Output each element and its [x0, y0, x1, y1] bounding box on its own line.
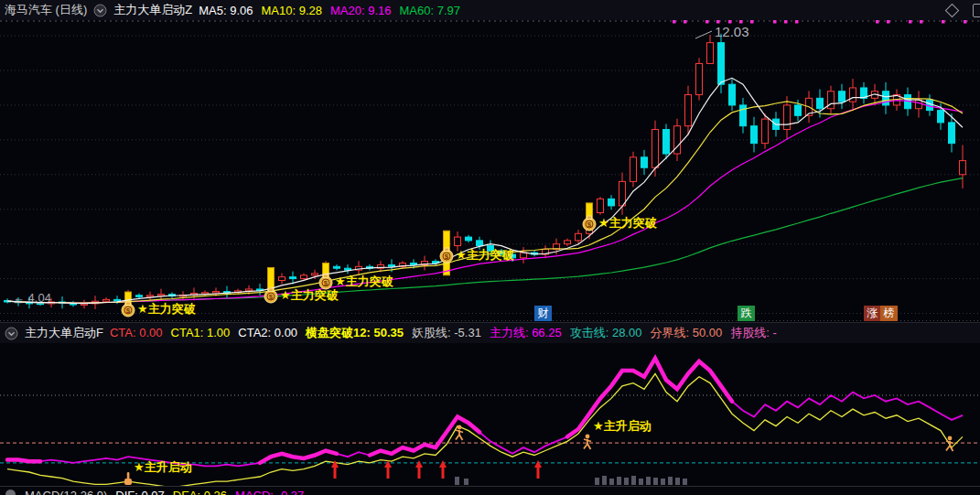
indicator-field: 分界线: 50.00: [650, 326, 722, 339]
candle-down: [389, 264, 395, 266]
runner-icon: [584, 435, 591, 449]
market-badge[interactable]: 跌: [738, 306, 755, 321]
histogram-bar: [609, 479, 614, 485]
candle-down: [839, 91, 845, 102]
signal-dot: [684, 20, 687, 24]
candle-down: [114, 299, 121, 301]
histogram-bar: [653, 478, 658, 485]
candle-down: [334, 266, 340, 268]
chevron-down-circle-icon[interactable]: [5, 327, 18, 340]
candle-up: [279, 277, 285, 281]
breakout-label: ★主力突破: [598, 216, 658, 230]
sub-indicator-header: 主力大单启动F CTA: 0.00CTA1: 1.00CTA2: 0.00横盘突…: [0, 322, 980, 343]
signal-dot: [887, 20, 890, 24]
candle-down: [136, 296, 143, 297]
candle-up: [455, 237, 461, 245]
candle-down: [466, 237, 472, 241]
trading-app-window: 海马汽车 (日线) 主力大单启动Z MA5: 9.06MA10: 9.28MA2…: [0, 0, 980, 495]
main-candlestick-chart[interactable]: $$$$$★主力突破★主力突破★主力突破★主力突破★主力突破12.03← 4.0…: [0, 20, 980, 322]
candle-up: [828, 91, 835, 109]
signal-dot: [739, 20, 743, 24]
breakout-label: ★主力突破: [456, 248, 515, 262]
candle-down: [729, 84, 736, 105]
histogram-bar: [602, 476, 607, 485]
indicator-field: CTA: 0.00: [110, 326, 163, 339]
macd-field: MACD: -0.37: [235, 489, 304, 495]
hand-icon: [124, 472, 132, 485]
signal-dot: [964, 20, 967, 24]
candle-down: [883, 91, 889, 105]
signal-dot: [876, 20, 879, 24]
indicator-line-bold: [7, 460, 40, 462]
candle-down: [411, 264, 417, 265]
svg-text:$: $: [324, 279, 328, 287]
candle-up: [565, 241, 571, 244]
signal-dot: [773, 20, 777, 24]
sub-indicator-values: CTA: 0.00CTA1: 1.00CTA2: 0.00横盘突破12: 50.…: [110, 325, 785, 341]
ma-item: MA10: 9.28: [262, 4, 323, 17]
chevron-down-circle-icon[interactable]: [93, 4, 107, 17]
signal-dot: [942, 20, 945, 24]
candle-down: [608, 199, 615, 206]
market-badge[interactable]: 榜: [880, 306, 898, 321]
signal-dot: [795, 20, 799, 24]
histogram-bar: [464, 479, 468, 485]
money-bag-icon: $: [440, 248, 453, 263]
macd-panel-header[interactable]: MACD(12,26,9)DIF: 0.07DEA: 0.26MACD: -0.…: [0, 486, 980, 495]
candle-up: [246, 289, 253, 291]
histogram-bar: [683, 479, 687, 485]
candle-up: [784, 105, 791, 130]
candle-up: [850, 88, 856, 102]
diamond-icon[interactable]: [945, 3, 960, 17]
candle-down: [641, 157, 648, 167]
ma-item: MA5: 9.06: [199, 4, 253, 17]
market-badge[interactable]: 涨: [864, 306, 881, 321]
money-bag-icon: $: [583, 216, 596, 231]
peak-price-label: 12.03: [715, 24, 749, 39]
signal-dot: [705, 20, 709, 24]
signal-dot: [716, 20, 720, 24]
stock-title: 海马汽车 (日线): [5, 2, 87, 18]
indicator-field: 主力线: 66.25: [490, 326, 562, 339]
indicator-field: 攻击线: 28.00: [570, 326, 642, 339]
indicator-field: 持股线: -: [730, 326, 777, 339]
histogram-bar: [646, 477, 651, 485]
svg-text:$: $: [126, 307, 131, 315]
candle-up: [630, 157, 637, 182]
ma5-line: [7, 78, 963, 303]
peak-pointer: [695, 31, 712, 38]
signal-dot: [909, 20, 912, 24]
ma-item: MA60: 7.97: [400, 4, 461, 17]
candle-up: [521, 253, 527, 258]
sub-indicator-name[interactable]: 主力大单启动F: [25, 325, 103, 341]
candle-down: [290, 277, 296, 279]
histogram-bar: [455, 477, 459, 485]
candle-down: [718, 43, 725, 85]
signal-dot: [673, 20, 676, 24]
money-bag-icon: $: [319, 274, 332, 289]
ma-values: MA5: 9.06MA10: 9.28MA20: 9.16MA60: 7.97: [199, 4, 468, 17]
window-icon[interactable]: [973, 4, 980, 17]
main-indicator-name[interactable]: 主力大单启动Z: [113, 2, 192, 18]
svg-text:$: $: [269, 293, 274, 301]
candle-up: [213, 292, 220, 294]
money-bag-icon: $: [122, 302, 135, 317]
candle-up: [147, 296, 154, 297]
indicator-line-bold: [370, 417, 479, 456]
main-chart-header: 海马汽车 (日线) 主力大单启动Z MA5: 9.06MA10: 9.28MA2…: [0, 0, 980, 20]
candle-down: [949, 123, 955, 144]
candle-up: [598, 199, 604, 212]
indicator-field: 妖股线: -5.31: [412, 326, 481, 339]
macd-values: MACD(12,26,9)DIF: 0.07DEA: 0.26MACD: -0.…: [25, 489, 312, 495]
candle-up: [103, 299, 110, 301]
breakout-label: ★主力突破: [335, 274, 394, 288]
signal-dot: [750, 20, 754, 24]
launch-label: ★主升启动: [593, 419, 652, 433]
breakout-label: ★主力突破: [137, 302, 197, 316]
sub-indicator-chart[interactable]: ★主升启动★主升启动: [0, 343, 980, 486]
histogram-bar: [631, 476, 636, 485]
market-badge[interactable]: 财: [534, 306, 552, 321]
candle-down: [663, 129, 670, 154]
ma20-line: [7, 101, 963, 304]
candle-down: [345, 268, 351, 270]
